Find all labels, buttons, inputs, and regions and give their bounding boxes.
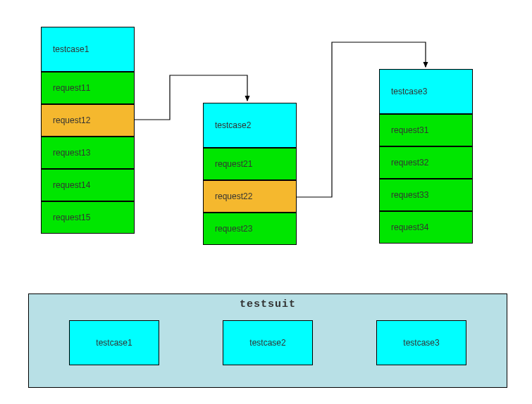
testcase-header: testcase2 [203, 103, 297, 148]
request-cell: request32 [379, 146, 473, 179]
request-label: request12 [53, 115, 90, 125]
testsuit-row: testcase1 testcase2 testcase3 [29, 320, 507, 365]
testsuit-title: testsuit [29, 298, 507, 310]
request-cell: request34 [379, 211, 473, 244]
request-label: request11 [53, 83, 90, 93]
testcase-header-label: testcase2 [215, 120, 251, 130]
testsuit-panel: testsuit testcase1 testcase2 testcase3 [28, 293, 507, 388]
testcase-column-1: testcase1 request11 request12 request13 … [41, 27, 135, 234]
request-cell: request13 [41, 137, 135, 169]
request-label: request33 [391, 190, 428, 200]
request-label: request22 [215, 191, 252, 201]
request-cell: request12 [41, 104, 135, 137]
testcase-column-3: testcase3 request31 request32 request33 … [379, 69, 473, 244]
testcase-header-label: testcase1 [53, 44, 89, 54]
request-cell: request33 [379, 179, 473, 211]
testsuit-item: testcase2 [223, 320, 313, 365]
request-cell: request22 [203, 180, 297, 213]
testcase-column-2: testcase2 request21 request22 request23 [203, 103, 297, 245]
testcase-header: testcase3 [379, 69, 473, 114]
request-label: request23 [215, 224, 252, 234]
request-cell: request21 [203, 148, 297, 180]
request-label: request32 [391, 158, 428, 168]
testsuit-item-label: testcase2 [249, 338, 285, 348]
request-label: request13 [53, 148, 90, 158]
request-cell: request15 [41, 201, 135, 234]
request-label: request21 [215, 159, 252, 169]
testsuit-item-label: testcase1 [96, 338, 132, 348]
request-label: request15 [53, 213, 90, 222]
request-cell: request14 [41, 169, 135, 201]
request-cell: request23 [203, 213, 297, 245]
testcase-header: testcase1 [41, 27, 135, 72]
testsuit-item: testcase3 [376, 320, 466, 365]
request-label: request34 [391, 222, 428, 232]
diagram-canvas: testcase1 request11 request12 request13 … [0, 0, 532, 404]
request-label: request31 [391, 125, 428, 135]
testsuit-item: testcase1 [69, 320, 159, 365]
request-cell: request31 [379, 114, 473, 146]
testcase-header-label: testcase3 [391, 87, 427, 96]
request-cell: request11 [41, 72, 135, 104]
testsuit-item-label: testcase3 [403, 338, 439, 348]
request-label: request14 [53, 180, 90, 190]
